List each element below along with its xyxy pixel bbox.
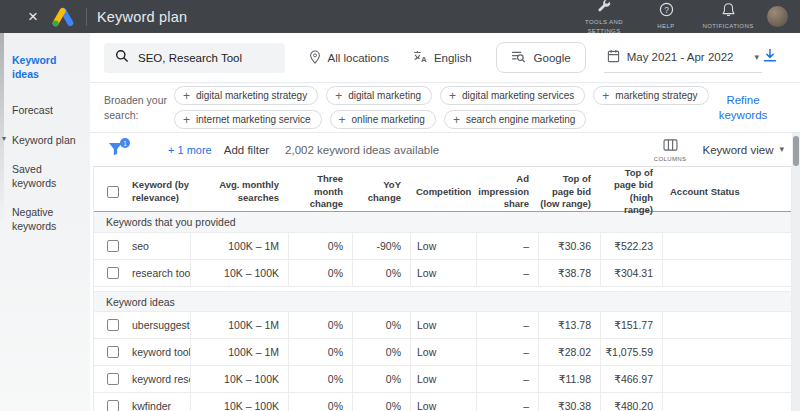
search-input[interactable] — [138, 52, 274, 64]
chip-label: marketing strategy — [615, 90, 697, 101]
low-bid-cell: ₹38.78 — [538, 260, 600, 286]
three-month-cell: 0% — [288, 393, 352, 411]
high-bid-cell: ₹480.20 — [600, 393, 662, 411]
row-checkbox[interactable] — [107, 346, 119, 358]
select-all-checkbox[interactable] — [107, 186, 119, 198]
sidebar: Keyword ideas Forecast ▾ Keyword plan Sa… — [0, 33, 90, 411]
section-band-ideas: Keyword ideas — [94, 291, 791, 312]
avg-searches-cell: 100K – 1M — [190, 312, 288, 338]
table-row: keyword rese... 10K – 100K 0% 0% Low – ₹… — [94, 366, 791, 393]
filter-count-badge: 1 — [120, 138, 130, 148]
header-yoy-change[interactable]: YoY change — [352, 179, 410, 204]
avg-searches-cell: 100K – 1M — [190, 233, 288, 259]
columns-icon — [663, 137, 678, 155]
avatar[interactable] — [767, 6, 788, 27]
keyword-cell: kwfinder — [132, 393, 190, 411]
search-network-icon — [511, 50, 526, 65]
plus-icon: + — [183, 90, 190, 102]
keyword-search-box[interactable] — [104, 43, 285, 73]
avg-searches-cell: 10K – 100K — [190, 393, 288, 411]
sidebar-item-keyword-plan[interactable]: ▾ Keyword plan — [0, 133, 90, 147]
header-ad-impression-share[interactable]: Ad impression share — [476, 173, 538, 210]
query-toolbar: All locations A English Google May 2021 … — [90, 33, 800, 82]
avg-searches-cell: 100K – 1M — [190, 339, 288, 365]
keyword-cell: seo — [132, 233, 190, 259]
row-checkbox[interactable] — [107, 400, 119, 411]
row-checkbox-cell — [94, 393, 132, 411]
account-status-cell — [662, 260, 791, 286]
broaden-label: Broaden your search: — [104, 93, 168, 122]
account-status-cell — [662, 312, 791, 338]
high-bid-cell: ₹151.77 — [600, 312, 662, 338]
chip-add-keyword[interactable]: +online marketing — [330, 110, 436, 129]
header-top-bid-low[interactable]: Top of page bid (low range) — [538, 173, 600, 210]
sidebar-item-forecast[interactable]: Forecast — [0, 103, 90, 117]
keyword-cell: keyword rese... — [132, 366, 190, 392]
location-pin-icon — [309, 50, 321, 66]
filter-button[interactable]: 1 — [108, 142, 124, 157]
header-keyword[interactable]: Keyword (by relevance) — [132, 179, 190, 204]
select-all-cell — [94, 186, 132, 198]
high-bid-cell: ₹466.97 — [600, 366, 662, 392]
yoy-cell: 0% — [352, 339, 410, 365]
competition-cell: Low — [410, 339, 476, 365]
view-label: Keyword view — [703, 144, 774, 156]
row-checkbox-cell — [94, 366, 132, 392]
plus-icon: + — [339, 114, 346, 126]
header-three-month-change[interactable]: Three month change — [288, 173, 352, 210]
help-button[interactable]: ? HELP — [643, 2, 689, 31]
notifications-button[interactable]: NOTIFICATIONS — [701, 2, 755, 31]
network-selector[interactable]: Google — [496, 42, 586, 73]
low-bid-cell: ₹28.02 — [538, 339, 600, 365]
plus-icon: + — [602, 90, 609, 102]
sidebar-item-label: Keyword plan — [12, 134, 76, 146]
row-checkbox[interactable] — [107, 319, 119, 331]
row-checkbox-cell — [94, 312, 132, 338]
ad-share-cell: – — [476, 339, 538, 365]
locations-selector[interactable]: All locations — [309, 50, 389, 66]
chip-add-keyword[interactable]: +internet marketing service — [174, 110, 322, 129]
chip-add-keyword[interactable]: +digital marketing strategy — [174, 86, 318, 105]
chip-label: digital marketing strategy — [196, 90, 307, 101]
add-filter-button[interactable]: Add filter — [224, 144, 269, 156]
header-competition[interactable]: Competition — [410, 186, 476, 198]
sidebar-item-saved-keywords[interactable]: Saved keywords — [0, 162, 90, 190]
competition-cell: Low — [410, 312, 476, 338]
columns-button[interactable]: COLUMNS — [654, 137, 687, 162]
language-selector[interactable]: A English — [413, 50, 472, 65]
notifications-label: NOTIFICATIONS — [702, 22, 753, 31]
topbar: × Keyword plan TOOLS AND SETTINGS ? — [0, 0, 800, 33]
view-selector[interactable]: Keyword view ▾ — [703, 144, 784, 156]
date-range-selector[interactable]: May 2021 - Apr 2022 ▾ — [604, 43, 762, 73]
high-bid-cell: ₹1,075.59 — [600, 339, 662, 365]
chip-add-keyword[interactable]: +digital marketing services — [440, 86, 585, 105]
ad-share-cell: – — [476, 393, 538, 411]
yoy-cell: -90% — [352, 233, 410, 259]
close-icon[interactable]: × — [28, 8, 38, 25]
row-checkbox[interactable] — [107, 267, 119, 279]
scrollbar-thumb[interactable] — [793, 136, 799, 166]
locations-value: All locations — [328, 52, 389, 64]
tools-and-settings-button[interactable]: TOOLS AND SETTINGS — [577, 0, 631, 36]
download-button[interactable] — [762, 48, 778, 67]
chip-add-keyword[interactable]: +digital marketing — [326, 86, 432, 105]
filter-bar-right: COLUMNS Keyword view ▾ — [654, 137, 800, 162]
header-top-bid-high[interactable]: Top of page bid (high range) — [600, 167, 662, 216]
competition-cell: Low — [410, 233, 476, 259]
more-filters-link[interactable]: + 1 more — [168, 144, 212, 156]
header-avg-monthly-searches[interactable]: Avg. monthly searches — [190, 179, 288, 204]
topbar-right: TOOLS AND SETTINGS ? HELP NOTIFICATIONS — [577, 0, 800, 36]
wrench-icon — [597, 0, 612, 17]
sidebar-item-keyword-ideas[interactable]: Keyword ideas — [0, 53, 90, 81]
three-month-cell: 0% — [288, 339, 352, 365]
columns-label: COLUMNS — [654, 156, 687, 162]
row-checkbox[interactable] — [107, 240, 119, 252]
header-account-status[interactable]: Account Status — [662, 186, 791, 198]
sidebar-item-negative-keywords[interactable]: Negative keywords — [0, 205, 90, 233]
chip-add-keyword[interactable]: +search engine marketing — [444, 110, 587, 129]
row-checkbox-cell — [94, 260, 132, 286]
refine-keywords-link[interactable]: Refine keywords — [711, 93, 775, 123]
chip-add-keyword[interactable]: +marketing strategy — [593, 86, 708, 105]
keyword-ideas-count: 2,002 keyword ideas available — [285, 144, 439, 156]
row-checkbox[interactable] — [107, 373, 119, 385]
